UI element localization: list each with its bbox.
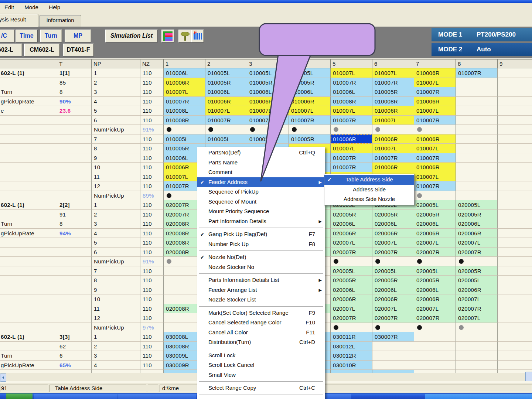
table-cell[interactable]: 010005R [205,78,247,88]
table-cell[interactable]: 010007R [331,153,372,163]
table-cell[interactable]: 010006R [205,97,247,106]
table-cell[interactable]: 010007R [372,78,414,88]
taskbar-button[interactable] [34,394,117,399]
table-cell[interactable]: 020007L [456,238,498,248]
table-cell[interactable]: 010007R [456,68,498,78]
table-cell[interactable]: 020007L [456,313,498,323]
table-cell[interactable]: 020006R [331,294,372,304]
submenu-item[interactable]: Address Side Nozzle [324,194,414,204]
context-menu-item[interactable]: Sequence of PickUp [197,187,325,197]
table-cell[interactable]: 010008R [331,97,372,106]
scroll-right-button[interactable] [525,372,532,381]
table-cell[interactable]: 020005L [414,266,456,276]
machine-602l-button[interactable]: 602-L [0,44,22,57]
table-cell[interactable]: 020005R [456,266,498,276]
table-cell[interactable]: 010008R [372,97,414,106]
scroll-left-button[interactable] [0,374,6,382]
table-cell[interactable]: 010007R [331,78,372,88]
filter-c-button[interactable]: /C [0,30,15,42]
table-cell[interactable] [456,106,498,116]
context-menu-item[interactable]: Distribution(Turn)Ctrl+D [197,337,325,347]
table-cell[interactable]: 010005L [205,68,247,78]
table-cell[interactable] [414,351,456,361]
table-cell[interactable]: 020006R [414,294,456,304]
table-cell[interactable] [498,106,532,116]
table-cell[interactable] [498,238,532,248]
table-cell[interactable]: 020007R [331,248,372,257]
table-cell[interactable]: 030007R [372,332,414,342]
table-cell[interactable]: 010007R [372,153,414,163]
table-cell[interactable]: 020006L [414,219,456,229]
table-cell[interactable]: 010005L [205,134,247,144]
table-cell[interactable]: 020007L [414,238,456,248]
table-cell[interactable] [498,285,532,295]
context-menu-item[interactable]: Nozzle Stocker List [197,295,325,305]
context-menu-item[interactable]: Select Range CopyCtrl+C [197,383,325,393]
table-cell[interactable] [498,323,532,332]
table-cell[interactable] [331,125,372,134]
table-cell[interactable]: 030012R [331,351,372,361]
menu-mode[interactable]: Mode [20,3,43,10]
table-cell[interactable] [498,191,532,201]
table-cell[interactable]: 020005L [456,276,498,285]
table-cell[interactable] [414,361,456,370]
table-cell[interactable]: 020007L [331,304,372,314]
table-cell[interactable]: 010006L [164,68,205,78]
table-cell[interactable]: 010005L [164,134,205,144]
table-cell[interactable]: 010007L [414,78,456,88]
table-cell[interactable]: 010007R [414,153,456,163]
table-cell[interactable]: 020006R [414,229,456,238]
context-menu-item[interactable]: Mark(Set Color) Selected RangeF9 [197,308,325,318]
table-cell[interactable] [456,370,498,373]
taskbar-button[interactable] [425,394,532,399]
menu-edit[interactable]: Edit [0,3,18,10]
table-cell[interactable]: 010007R [414,116,456,125]
tab-information[interactable]: Information [39,15,81,27]
simulation-list-button[interactable]: Simulation List [105,30,158,42]
table-cell[interactable] [331,257,372,266]
table-cell[interactable] [456,134,498,144]
table-cell[interactable]: 020005L [372,266,414,276]
table-cell[interactable]: 010006R [372,134,414,144]
table-cell[interactable]: 020006L [372,285,414,295]
table-cell[interactable]: 010006R [372,106,414,116]
submenu-item[interactable]: ✓Table Address Side [324,175,414,185]
table-cell[interactable]: 010007R [289,116,331,125]
table-cell[interactable] [498,332,532,342]
table-cell[interactable]: 010007L [414,106,456,116]
table-cell[interactable]: 020006R [456,285,498,295]
table-cell[interactable]: 020005R [414,276,456,285]
table-cell[interactable]: 010007R [414,87,456,97]
table-cell[interactable]: 010007R [164,97,205,106]
machine-cm602l-button[interactable]: CM602-L [24,44,60,57]
context-menu-item[interactable]: Number Pick UpF8 [197,239,325,249]
table-cell[interactable]: 010007L [247,106,289,116]
table-cell[interactable] [498,229,532,238]
table-cell[interactable] [498,163,532,172]
table-cell[interactable]: 030011R [331,332,372,342]
table-cell[interactable]: 020005R [372,276,414,285]
table-cell[interactable] [498,181,532,191]
table-cell[interactable] [456,172,498,182]
table-cell[interactable]: 010006R [164,78,205,88]
table-cell[interactable] [456,163,498,172]
table-cell[interactable]: 010005L [247,134,289,144]
context-menu-item[interactable]: PartsNo(Def)Ctrl+Q [197,148,325,158]
table-cell[interactable]: 020006L [372,219,414,229]
table-cell[interactable]: 010007L [289,106,331,116]
table-cell[interactable]: 020005R [414,210,456,219]
menu-help[interactable]: Help [44,3,65,10]
table-cell[interactable] [498,294,532,304]
table-cell[interactable] [498,248,532,257]
feeder-tree-button[interactable] [178,30,191,42]
table-cell[interactable]: 010007L [331,144,372,153]
table-cell[interactable]: 020005R [456,210,498,219]
table-cell[interactable] [498,200,532,210]
table-cell[interactable] [498,304,532,314]
table-cell[interactable]: 010006R [414,134,456,144]
table-cell[interactable]: 020007L [456,294,498,304]
table-cell[interactable] [498,210,532,219]
table-cell[interactable]: 010007R [414,181,456,191]
context-menu-item[interactable]: Nozzle Stocker No [197,262,325,272]
table-cell[interactable] [498,172,532,182]
